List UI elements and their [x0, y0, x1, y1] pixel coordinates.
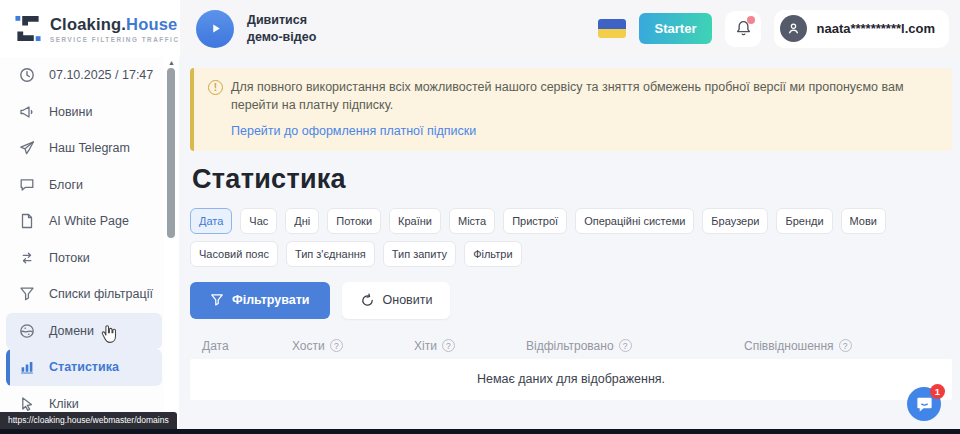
sidebar-item-filter-lists[interactable]: Списки фільтрації	[6, 276, 162, 313]
top-header: Дивитися демо-відео Starter naata*******…	[180, 0, 960, 57]
column-header-ratio: Співвідношення ?	[744, 339, 952, 353]
column-header-filtered: Відфільтровано ?	[526, 339, 744, 353]
column-header-date: Дата	[202, 339, 292, 353]
chat-icon	[19, 176, 36, 193]
sidebar-item-label: Блоги	[49, 178, 83, 192]
column-label: Хости	[292, 339, 325, 353]
sidebar-scrollbar[interactable]: ▲ ▼	[164, 57, 179, 429]
play-icon	[209, 22, 222, 35]
tab-timezone[interactable]: Часовий пояс	[190, 241, 278, 267]
sidebar-item-ai-white-page[interactable]: AI White Page	[6, 203, 162, 240]
sidebar-item-streams[interactable]: Потоки	[6, 240, 162, 277]
help-icon[interactable]: ?	[619, 339, 632, 352]
user-menu[interactable]: naata**********l.com	[774, 10, 949, 48]
sidebar-item-statistics[interactable]: Статистика	[6, 349, 162, 386]
user-email: naata**********l.com	[816, 21, 935, 36]
chart-icon	[19, 359, 36, 376]
column-header-hits: Хіти ?	[414, 339, 526, 353]
column-label: Хіти	[414, 339, 437, 353]
column-label: Відфільтровано	[526, 339, 614, 353]
plan-badge-button[interactable]: Starter	[639, 13, 713, 44]
sidebar-item-telegram[interactable]: Наш Telegram	[6, 130, 162, 167]
tab-days[interactable]: Дні	[285, 208, 319, 234]
help-icon[interactable]: ?	[442, 339, 455, 352]
megaphone-icon	[19, 103, 36, 120]
tab-browsers[interactable]: Браузери	[702, 208, 768, 234]
app-logo[interactable]: Cloaking.House SERVICE FILTERING TRAFFIC	[0, 0, 180, 57]
sidebar-item-domains[interactable]: Домени	[6, 313, 162, 350]
play-demo-button[interactable]	[196, 10, 234, 48]
table-empty-state: Немає даних для відображення.	[190, 359, 952, 400]
paper-plane-icon	[19, 140, 36, 157]
clock-icon	[19, 67, 36, 84]
help-icon[interactable]: ?	[839, 339, 852, 352]
column-label: Співвідношення	[744, 339, 834, 353]
arrows-icon	[19, 249, 36, 266]
sidebar-item-label: Новини	[49, 105, 93, 119]
statistics-tabs: ДатаЧасДніПотокиКраїниМістаПристроїОпера…	[190, 208, 935, 267]
chat-unread-badge: 1	[930, 384, 945, 399]
filter-button[interactable]: Фільтрувати	[190, 282, 330, 319]
page-title: Статистика	[192, 164, 952, 195]
sidebar-item-label: 07.10.2025 / 17:47	[49, 68, 153, 82]
upgrade-subscription-link[interactable]: Перейти до оформлення платної підписки	[231, 124, 476, 138]
brand-tagline: SERVICE FILTERING TRAFFIC	[50, 36, 179, 43]
warning-icon: !	[208, 80, 223, 95]
tab-request-type[interactable]: Тип запиту	[383, 241, 456, 267]
cursor-icon	[19, 395, 36, 412]
tab-languages[interactable]: Мови	[841, 208, 886, 234]
chat-bubble-icon	[915, 395, 934, 414]
tab-os[interactable]: Операційні системи	[575, 208, 694, 234]
language-flag-ukraine[interactable]	[598, 19, 626, 38]
sidebar-item-label: Потоки	[49, 251, 90, 265]
funnel-icon	[210, 293, 224, 307]
scroll-up-arrow[interactable]: ▲	[164, 58, 179, 67]
globe-icon	[19, 322, 36, 339]
tab-streams[interactable]: Потоки	[327, 208, 381, 234]
tab-devices[interactable]: Пристрої	[503, 208, 567, 234]
tab-countries[interactable]: Країни	[389, 208, 441, 234]
brand-name: Cloaking.House	[50, 15, 179, 34]
status-link-preview: https://cloaking.house/webmaster/domains	[0, 412, 177, 429]
sidebar-item-label: Наш Telegram	[49, 141, 130, 155]
tab-brands[interactable]: Бренди	[776, 208, 832, 234]
scrollbar-thumb[interactable]	[167, 68, 175, 238]
sidebar-item-label: Кліки	[49, 397, 79, 411]
sidebar-item-label: Списки фільтрації	[49, 287, 153, 301]
avatar	[780, 15, 807, 42]
help-icon[interactable]: ?	[330, 339, 343, 352]
main-content: ! Для повного використання всіх можливос…	[180, 57, 960, 429]
demo-video-label[interactable]: Дивитися демо-відео	[247, 12, 335, 45]
person-icon	[786, 21, 801, 36]
column-label: Дата	[202, 339, 229, 353]
sidebar: 07.10.2025 / 17:47 Новини Наш Telegram Б…	[0, 57, 164, 429]
sidebar-item-datetime[interactable]: 07.10.2025 / 17:47	[6, 57, 162, 94]
sidebar-item-label: Домени	[49, 324, 94, 338]
sidebar-item-label: Статистика	[49, 360, 119, 374]
banner-text: Для повного використання всіх можливосте…	[231, 79, 938, 115]
trial-warning-banner: ! Для повного використання всіх можливос…	[190, 68, 952, 151]
window-bottom-edge	[0, 429, 960, 434]
tab-cities[interactable]: Міста	[449, 208, 495, 234]
funnel-icon	[19, 286, 36, 303]
notifications-button[interactable]	[725, 11, 761, 47]
tab-time[interactable]: Час	[240, 208, 277, 234]
chat-widget-button[interactable]: 1	[907, 387, 941, 421]
tab-connection-type[interactable]: Тип з'єднання	[286, 241, 375, 267]
table-header-row: Дата Хости ? Хіти ? Відфільтровано ? Спі…	[190, 333, 952, 359]
refresh-button[interactable]: Оновити	[342, 282, 451, 319]
column-header-hosts: Хости ?	[292, 339, 414, 353]
document-icon	[19, 213, 36, 230]
sidebar-item-blogs[interactable]: Блоги	[6, 167, 162, 204]
notification-dot	[747, 16, 755, 24]
sidebar-item-label: AI White Page	[49, 214, 129, 228]
tab-filters[interactable]: Фільтри	[464, 241, 521, 267]
refresh-icon	[360, 293, 375, 308]
sidebar-item-news[interactable]: Новини	[6, 94, 162, 131]
tab-date[interactable]: Дата	[190, 208, 232, 234]
logo-icon	[15, 15, 41, 42]
